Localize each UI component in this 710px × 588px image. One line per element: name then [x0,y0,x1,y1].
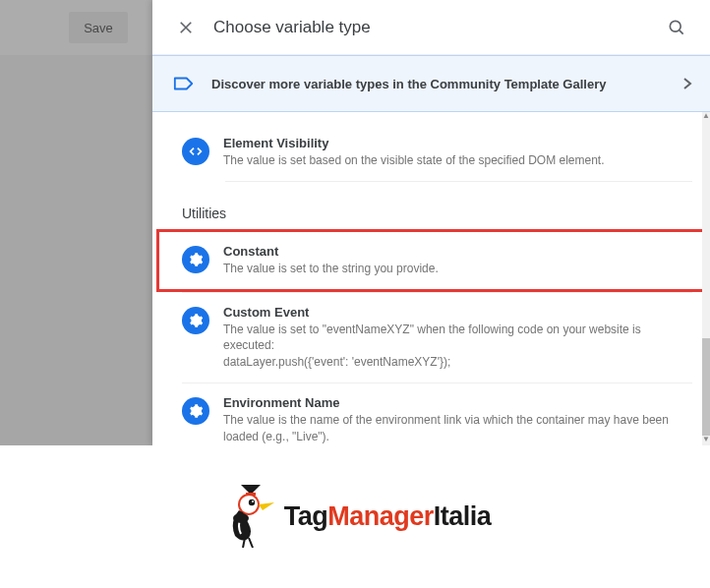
panel-header: Choose variable type [152,0,710,55]
svg-point-6 [252,500,254,502]
item-desc: The value is set to the string you provi… [223,261,689,277]
item-title: Constant [223,244,689,259]
svg-point-4 [240,496,258,513]
item-title: Element Visibility [223,136,688,150]
svg-point-7 [233,513,249,523]
variable-type-element-visibility[interactable]: Element Visibility The value is set base… [182,124,692,181]
code-icon [182,138,209,165]
scrollbar-thumb[interactable] [702,338,710,445]
logo-text: TagManagerItalia [284,501,492,532]
woodpecker-icon [219,483,278,552]
chevron-right-icon [682,77,692,90]
variable-type-constant[interactable]: Constant The value is set to the string … [156,229,706,292]
section-utilities: Utilities [182,206,692,221]
gallery-label: Discover more variable types in the Comm… [211,77,606,91]
tag-icon [170,70,198,97]
item-title: Environment Name [223,395,688,410]
tagmanageritalia-logo: TagManagerItalia [219,483,492,552]
community-gallery-row[interactable]: Discover more variable types in the Comm… [152,55,710,112]
divider [225,181,692,182]
close-button[interactable] [166,8,206,47]
footer-logo-area: TagManagerItalia [0,445,710,588]
gear-icon [182,397,209,425]
scrollbar-track[interactable]: ▲ ▼ [702,112,710,445]
search-button[interactable] [657,8,696,47]
scroll-up-icon[interactable]: ▲ [702,112,710,122]
svg-point-0 [670,21,680,31]
item-desc: The value is set to "eventNameXYZ" when … [223,322,688,371]
panel-title: Choose variable type [213,18,371,37]
search-icon [667,18,686,37]
variable-type-panel: Choose variable type Discover more varia… [152,0,710,445]
gear-icon [182,246,209,273]
svg-point-5 [249,499,255,504]
scroll-down-icon[interactable]: ▼ [702,436,710,445]
variable-type-environment-name[interactable]: Environment Name The value is the name o… [182,382,692,445]
gear-icon [182,307,209,334]
item-desc: The value is the name of the environment… [223,412,688,445]
item-desc: The value is set based on the visible st… [223,152,688,169]
close-icon [177,19,195,36]
item-title: Custom Event [223,305,688,320]
variable-type-custom-event[interactable]: Custom Event The value is set to "eventN… [182,292,692,382]
variable-list-scroll[interactable]: Element Visibility The value is set base… [152,112,710,445]
